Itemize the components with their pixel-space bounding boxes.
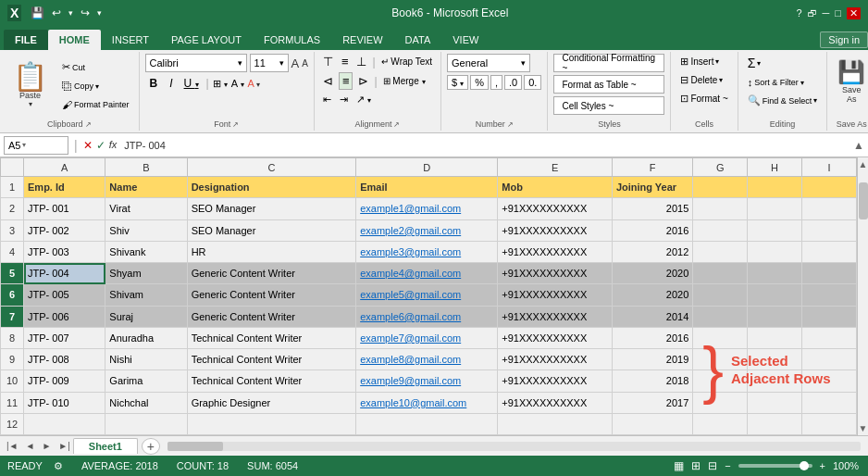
save-as-btn[interactable]: 💾 SaveAs <box>833 54 868 109</box>
cell-A1[interactable]: Emp. Id <box>24 177 105 198</box>
cell-F9[interactable]: 2019 <box>612 349 692 370</box>
increase-indent-btn[interactable]: ⇥ <box>337 93 351 106</box>
cell-F6[interactable]: 2020 <box>612 284 692 306</box>
increase-font-btn[interactable]: A <box>291 56 300 70</box>
percent-btn[interactable]: % <box>470 75 489 90</box>
cell-H6[interactable] <box>748 284 802 306</box>
cell-H4[interactable] <box>748 241 802 262</box>
cell-I12[interactable] <box>802 413 857 434</box>
delete-btn[interactable]: ⊟ Delete ▾ <box>676 72 726 88</box>
cell-D12[interactable] <box>356 413 498 434</box>
orientation-btn[interactable]: ↗ ▾ <box>353 93 374 106</box>
cell-E11[interactable]: +91XXXXXXXXXX <box>498 392 613 413</box>
tab-review[interactable]: REVIEW <box>331 30 393 50</box>
sign-in-btn[interactable]: Sign in <box>820 31 868 48</box>
tab-formulas[interactable]: FORMULAS <box>253 30 331 50</box>
cell-B11[interactable]: Nichchal <box>105 392 187 413</box>
cell-I6[interactable] <box>802 284 857 306</box>
sheet-last-btn[interactable]: ►| <box>56 440 73 452</box>
col-B[interactable]: B <box>105 158 187 177</box>
cell-I5[interactable] <box>802 263 857 284</box>
vertical-scrollbar[interactable]: ▲ ▼ <box>857 157 868 435</box>
alignment-expand[interactable]: ↗ <box>393 120 400 129</box>
cancel-icon[interactable]: ✕ <box>83 139 93 152</box>
name-box[interactable]: A5 ▾ <box>4 136 68 155</box>
scroll-up-btn[interactable]: ▲ <box>857 157 868 171</box>
wrap-text-btn[interactable]: ↵ Wrap Text <box>378 56 435 68</box>
cell-E4[interactable]: +91XXXXXXXXXX <box>498 241 613 262</box>
sheet-prev-btn[interactable]: ◄ <box>23 440 38 452</box>
email-link[interactable]: example8@gmail.com <box>360 354 461 365</box>
cell-A5[interactable]: JTP- 004 <box>24 263 105 284</box>
cell-F3[interactable]: 2016 <box>612 219 692 241</box>
font-expand[interactable]: ↗ <box>232 120 239 129</box>
cell-A3[interactable]: JTP- 002 <box>24 219 105 241</box>
cell-B3[interactable]: Shiv <box>105 219 187 241</box>
zoom-out-btn[interactable]: − <box>725 460 730 471</box>
sheet-tab-sheet1[interactable]: Sheet1 <box>73 438 138 454</box>
copy-btn[interactable]: ⿻ Copy ▾ <box>58 79 133 94</box>
cell-A10[interactable]: JTP- 009 <box>24 370 105 392</box>
col-E[interactable]: E <box>498 158 613 177</box>
cell-G2[interactable] <box>693 198 748 219</box>
find-btn[interactable]: 🔍 Find & Select ▾ <box>744 93 822 108</box>
cell-B5[interactable]: Shyam <box>105 263 187 284</box>
sheet-first-btn[interactable]: |◄ <box>4 440 21 452</box>
cell-E6[interactable]: +91XXXXXXXXXX <box>498 284 613 306</box>
email-link[interactable]: example7@gmail.com <box>360 332 461 344</box>
view-page-layout-btn[interactable]: ⊞ <box>691 459 701 472</box>
align-right-btn[interactable]: ⊳ <box>355 73 371 89</box>
cell-G7[interactable] <box>693 306 748 327</box>
cell-D1[interactable]: Email <box>356 177 498 198</box>
tab-page-layout[interactable]: PAGE LAYOUT <box>160 30 253 50</box>
cell-G3[interactable] <box>693 219 748 241</box>
tab-data[interactable]: DATA <box>394 30 442 50</box>
cell-C7[interactable]: Generic Content Writer <box>187 306 356 327</box>
email-link[interactable]: example10@gmail.com <box>360 397 466 408</box>
scroll-down-btn[interactable]: ▼ <box>857 421 868 435</box>
format-btn[interactable]: ⊡ Format ~ <box>676 91 731 106</box>
cell-styles-btn[interactable]: Cell Styles ~ <box>553 96 664 115</box>
cell-D5[interactable]: example4@gmail.com <box>356 263 498 284</box>
align-left-btn[interactable]: ⊲ <box>320 73 336 89</box>
col-C[interactable]: C <box>187 158 356 177</box>
cell-D3[interactable]: example2@gmail.com <box>356 219 498 241</box>
maximize-btn[interactable]: □ <box>835 7 841 19</box>
cell-F10[interactable]: 2018 <box>612 370 692 392</box>
cell-A2[interactable]: JTP- 001 <box>24 198 105 219</box>
col-A[interactable]: A <box>24 158 105 177</box>
redo-quick-btn[interactable]: ↪ <box>79 5 92 21</box>
cell-H2[interactable] <box>748 198 802 219</box>
cell-F1[interactable]: Joining Year <box>612 177 692 198</box>
cell-B9[interactable]: Nishi <box>105 349 187 370</box>
merge-btn[interactable]: ⊞ Merge ▾ <box>380 75 428 87</box>
minimize-btn[interactable]: ─ <box>823 7 830 19</box>
cell-A9[interactable]: JTP- 008 <box>24 349 105 370</box>
email-link[interactable]: example4@gmail.com <box>360 268 461 279</box>
add-sheet-btn[interactable]: + <box>142 438 160 455</box>
decrease-font-btn[interactable]: A <box>302 58 308 69</box>
cell-H3[interactable] <box>748 219 802 241</box>
col-D[interactable]: D <box>356 158 498 177</box>
cut-btn[interactable]: ✂ Cut <box>58 59 133 75</box>
help-btn[interactable]: ? <box>796 7 801 19</box>
cell-E7[interactable]: +91XXXXXXXXXX <box>498 306 613 327</box>
cell-F7[interactable]: 2014 <box>612 306 692 327</box>
email-link[interactable]: example1@gmail.com <box>360 203 461 214</box>
underline-btn[interactable]: U ▾ <box>180 76 203 91</box>
align-middle-btn[interactable]: ≡ <box>339 54 352 69</box>
align-center-btn[interactable]: ≡ <box>339 72 353 90</box>
cell-F11[interactable]: 2017 <box>612 392 692 413</box>
cell-E3[interactable]: +91XXXXXXXXXX <box>498 219 613 241</box>
cell-D10[interactable]: example9@gmail.com <box>356 370 498 392</box>
view-normal-btn[interactable]: ▦ <box>674 459 684 472</box>
cell-C12[interactable] <box>187 413 356 434</box>
zoom-level[interactable]: 100% <box>833 460 861 471</box>
cell-G5[interactable] <box>693 263 748 284</box>
email-link[interactable]: example2@gmail.com <box>360 225 461 236</box>
paste-btn[interactable]: 📋 Paste ▾ <box>6 60 55 111</box>
tab-file[interactable]: FILE <box>4 30 48 50</box>
sheet-next-btn[interactable]: ► <box>39 440 54 452</box>
cell-G1[interactable] <box>693 177 748 198</box>
font-size-selector[interactable]: 11 ▾ <box>250 54 289 72</box>
